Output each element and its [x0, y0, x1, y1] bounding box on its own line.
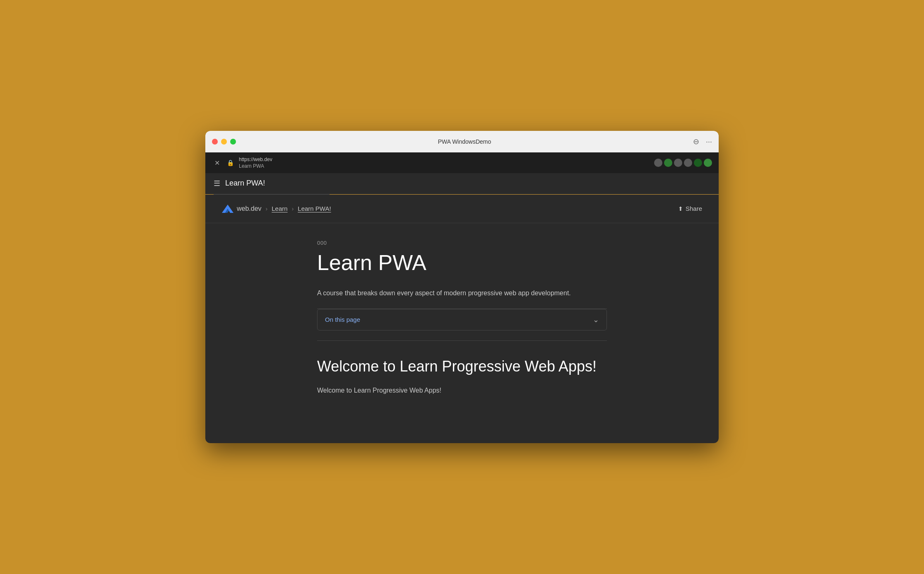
- ext-icon-2: [664, 159, 672, 167]
- ext-icon-1: [654, 159, 662, 167]
- close-button[interactable]: [212, 139, 218, 145]
- ext-icon-4: [684, 159, 692, 167]
- section-title: Welcome to Learn Progressive Web Apps!: [317, 357, 607, 375]
- breadcrumb-sep-1: ›: [266, 205, 268, 212]
- app-nav-title: Learn PWA!: [225, 179, 265, 188]
- page-name: Learn PWA: [239, 163, 272, 169]
- main-content: web.dev › Learn › Learn PWA! ⬆ Share 000…: [205, 195, 719, 443]
- more-options-icon[interactable]: ···: [706, 137, 712, 146]
- url-text: https://web.dev: [239, 157, 272, 163]
- window-title: PWA WindowsDemo: [438, 138, 491, 145]
- share-label: Share: [686, 205, 702, 212]
- share-icon: ⬆: [678, 205, 683, 212]
- lock-icon: 🔒: [227, 159, 234, 166]
- on-this-page-label: On this page: [325, 316, 360, 323]
- share-button[interactable]: ⬆ Share: [678, 205, 702, 212]
- article-description: A course that breaks down every aspect o…: [317, 288, 607, 299]
- app-nav: ☰ Learn PWA!: [205, 173, 719, 194]
- ext-icon-3: [674, 159, 682, 167]
- logo-text: web.dev: [237, 205, 262, 212]
- article-title: Learn PWA: [317, 251, 607, 275]
- webdev-logo[interactable]: web.dev: [222, 203, 262, 215]
- breadcrumb-learn-link[interactable]: Learn: [272, 205, 287, 212]
- browser-chrome: ✕ 🔒 https://web.dev Learn PWA: [205, 152, 719, 173]
- section-text: Welcome to Learn Progressive Web Apps!: [317, 385, 607, 396]
- hamburger-icon[interactable]: ☰: [214, 179, 220, 188]
- article-number: 000: [317, 240, 607, 246]
- article-content: 000 Learn PWA A course that breaks down …: [276, 223, 648, 412]
- ext-icon-5: [694, 159, 702, 167]
- chevron-down-icon: ⌄: [593, 315, 599, 324]
- traffic-lights: [212, 139, 236, 145]
- tab-close-button[interactable]: ✕: [212, 158, 222, 168]
- minimize-button[interactable]: [221, 139, 227, 145]
- breadcrumb: web.dev › Learn › Learn PWA!: [222, 203, 331, 215]
- extension-icons: [654, 159, 712, 167]
- section-divider: [317, 340, 607, 341]
- webdev-logo-icon: [222, 203, 233, 215]
- breadcrumb-sep-2: ›: [292, 205, 294, 212]
- breadcrumb-bar: web.dev › Learn › Learn PWA! ⬆ Share: [205, 195, 719, 223]
- browser-window: PWA WindowsDemo ⊖ ··· ✕ 🔒 https://web.de…: [205, 131, 719, 443]
- breadcrumb-learnpwa-link[interactable]: Learn PWA!: [298, 205, 331, 212]
- maximize-button[interactable]: [230, 139, 236, 145]
- title-bar-controls: ⊖ ···: [693, 137, 712, 146]
- on-this-page-toggle[interactable]: On this page ⌄: [317, 309, 607, 330]
- url-info: https://web.dev Learn PWA: [239, 157, 272, 169]
- ext-icon-6: [704, 159, 712, 167]
- zoom-icon[interactable]: ⊖: [693, 137, 699, 146]
- title-bar: PWA WindowsDemo ⊖ ···: [205, 131, 719, 152]
